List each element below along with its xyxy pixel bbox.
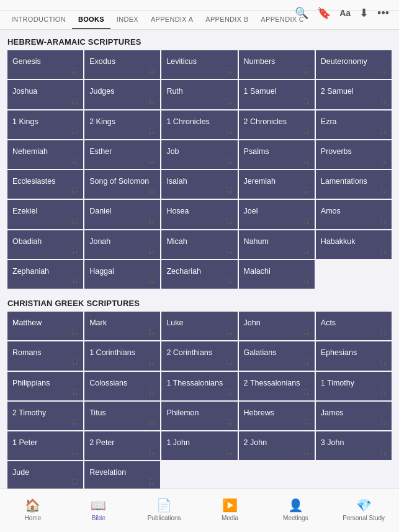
book-cell[interactable]: Daniel🎧 <box>84 200 160 228</box>
audio-icon[interactable]: 🎧 <box>303 218 310 224</box>
book-cell[interactable]: Zechariah🎧 <box>161 260 237 289</box>
audio-icon[interactable]: 🎧 <box>303 359 310 366</box>
book-cell[interactable]: Nahum🎧 <box>239 230 315 259</box>
audio-icon[interactable]: 🎧 <box>303 187 310 194</box>
book-cell[interactable]: Habakkuk🎧 <box>316 230 392 259</box>
audio-icon[interactable]: 🎧 <box>148 449 155 455</box>
audio-icon[interactable]: 🎧 <box>71 449 78 455</box>
book-cell[interactable]: 2 Corinthians🎧 <box>161 341 237 370</box>
audio-icon[interactable]: 🎧 <box>303 248 310 254</box>
audio-icon[interactable]: 🎧 <box>71 158 78 164</box>
audio-icon[interactable]: 🎧 <box>226 248 233 254</box>
audio-icon[interactable]: 🎧 <box>226 449 233 455</box>
audio-icon[interactable]: 🎧 <box>148 218 155 224</box>
audio-icon[interactable]: 🎧 <box>148 389 155 395</box>
book-cell[interactable]: Colossians🎧 <box>84 372 160 400</box>
audio-icon[interactable]: 🎧 <box>71 187 78 194</box>
audio-icon[interactable]: 🎧 <box>380 68 387 74</box>
book-cell[interactable]: John🎧 <box>239 312 315 340</box>
audio-icon[interactable]: 🎧 <box>148 419 155 425</box>
book-cell[interactable]: 2 Kings🎧 <box>84 110 160 139</box>
audio-icon[interactable]: 🎧 <box>226 187 233 194</box>
audio-icon[interactable]: 🎧 <box>303 389 310 395</box>
book-cell[interactable]: Jonah🎧 <box>84 230 160 259</box>
book-cell[interactable]: Revelation🎧 <box>84 461 160 490</box>
book-cell[interactable]: Psalms🎧 <box>239 140 315 169</box>
book-cell[interactable]: Philemon🎧 <box>161 402 237 430</box>
book-cell[interactable]: 1 Thessalonians🎧 <box>161 372 237 400</box>
book-cell[interactable]: 2 Thessalonians🎧 <box>239 372 315 400</box>
audio-icon[interactable]: 🎧 <box>226 158 233 164</box>
audio-icon[interactable]: 🎧 <box>71 68 78 74</box>
book-cell[interactable]: 1 Chronicles🎧 <box>161 110 237 139</box>
bookmark-icon[interactable]: 🔖 <box>317 6 331 20</box>
book-cell[interactable]: Ephesians🎧 <box>316 341 392 370</box>
book-cell[interactable]: Matthew🎧 <box>7 312 83 340</box>
book-cell[interactable]: Lamentations🎧 <box>316 170 392 199</box>
audio-icon[interactable]: 🎧 <box>380 449 387 455</box>
audio-icon[interactable]: 🎧 <box>303 68 310 74</box>
book-cell[interactable]: Ecclesiastes🎧 <box>7 170 83 199</box>
more-icon[interactable]: ••• <box>377 7 389 20</box>
book-cell[interactable]: 2 Samuel🎧 <box>316 80 392 109</box>
book-cell[interactable]: 2 Chronicles🎧 <box>239 110 315 139</box>
book-cell[interactable]: 1 Samuel🎧 <box>239 80 315 109</box>
audio-icon[interactable]: 🎧 <box>380 389 387 395</box>
audio-icon[interactable]: 🎧 <box>148 128 155 134</box>
book-cell[interactable]: Song of Solomon🎧 <box>84 170 160 199</box>
audio-icon[interactable]: 🎧 <box>148 479 155 485</box>
audio-icon[interactable]: 🎧 <box>303 158 310 164</box>
book-cell[interactable]: Ezekiel🎧 <box>7 200 83 228</box>
book-cell[interactable]: 2 Peter🎧 <box>84 431 160 460</box>
book-cell[interactable]: Leviticus🎧 <box>161 50 237 79</box>
book-cell[interactable]: Zephaniah🎧 <box>7 260 83 289</box>
audio-icon[interactable]: 🎧 <box>226 329 233 335</box>
book-cell[interactable]: Mark🎧 <box>84 312 160 340</box>
audio-icon[interactable]: 🎧 <box>148 248 155 254</box>
audio-icon[interactable]: 🎧 <box>303 277 310 284</box>
audio-icon[interactable]: 🎧 <box>148 158 155 164</box>
audio-icon[interactable]: 🎧 <box>380 128 387 134</box>
book-cell[interactable]: 3 John🎧 <box>316 431 392 460</box>
book-cell[interactable]: Proverbs🎧 <box>316 140 392 169</box>
nav-item-media[interactable]: ▶️Media <box>212 498 249 521</box>
audio-icon[interactable]: 🎧 <box>71 359 78 366</box>
audio-icon[interactable]: 🎧 <box>148 68 155 74</box>
audio-icon[interactable]: 🎧 <box>380 359 387 366</box>
book-cell[interactable]: Joel🎧 <box>239 200 315 228</box>
audio-icon[interactable]: 🎧 <box>303 128 310 134</box>
book-cell[interactable]: Judges🎧 <box>84 80 160 109</box>
audio-icon[interactable]: 🎧 <box>148 329 155 335</box>
audio-icon[interactable]: 🎧 <box>226 419 233 425</box>
tab-books[interactable]: BOOKS <box>72 11 110 29</box>
book-cell[interactable]: Ruth🎧 <box>161 80 237 109</box>
book-cell[interactable]: Jude🎧 <box>7 461 83 490</box>
audio-icon[interactable]: 🎧 <box>380 187 387 194</box>
audio-icon[interactable]: 🎧 <box>380 329 387 335</box>
book-cell[interactable]: Jeremiah🎧 <box>239 170 315 199</box>
audio-icon[interactable]: 🎧 <box>71 248 78 254</box>
tab-index[interactable]: INDEX <box>110 11 145 29</box>
book-cell[interactable]: Nehemiah🎧 <box>7 140 83 169</box>
audio-icon[interactable]: 🎧 <box>303 449 310 455</box>
audio-icon[interactable]: 🎧 <box>380 419 387 425</box>
book-cell[interactable]: Isaiah🎧 <box>161 170 237 199</box>
audio-icon[interactable]: 🎧 <box>71 218 78 224</box>
nav-item-publications[interactable]: 📄Publications <box>146 498 183 521</box>
audio-icon[interactable]: 🎧 <box>226 389 233 395</box>
audio-icon[interactable]: 🎧 <box>303 98 310 104</box>
book-cell[interactable]: Exodus🎧 <box>84 50 160 79</box>
book-cell[interactable]: Hosea🎧 <box>161 200 237 228</box>
book-cell[interactable]: 2 John🎧 <box>239 431 315 460</box>
audio-icon[interactable]: 🎧 <box>71 277 78 284</box>
audio-icon[interactable]: 🎧 <box>148 187 155 194</box>
audio-icon[interactable]: 🎧 <box>226 218 233 224</box>
audio-icon[interactable]: 🎧 <box>71 479 78 485</box>
book-cell[interactable]: Obadiah🎧 <box>7 230 83 259</box>
book-cell[interactable]: Genesis🎧 <box>7 50 83 79</box>
book-cell[interactable]: Galatians🎧 <box>239 341 315 370</box>
book-cell[interactable]: 2 Timothy🎧 <box>7 402 83 430</box>
audio-icon[interactable]: 🎧 <box>148 359 155 366</box>
audio-icon[interactable]: 🎧 <box>71 98 78 104</box>
book-cell[interactable]: Deuteronomy🎧 <box>316 50 392 79</box>
